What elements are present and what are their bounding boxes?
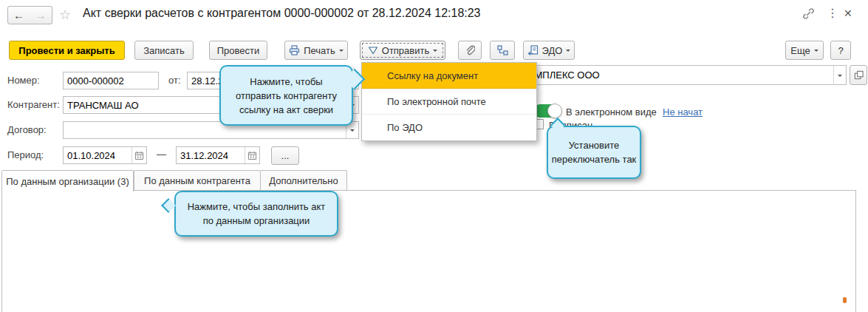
help-button[interactable]: ? xyxy=(830,41,851,60)
forward-arrow-icon: → xyxy=(35,9,47,21)
period-choice-button[interactable]: ... xyxy=(271,146,299,165)
send-button[interactable]: Отправить xyxy=(360,41,445,60)
favorite-star-icon[interactable]: ☆ xyxy=(59,7,71,23)
post-and-close-button[interactable]: Провести и закрыть xyxy=(9,41,125,60)
menu-item-2[interactable]: По ЭДО xyxy=(362,115,536,140)
period-from-input[interactable]: 01.10.2024 xyxy=(63,146,147,164)
app-window: ← → ☆ Акт сверки расчетов с контрагентом… xyxy=(0,0,868,312)
orange-marker-icon xyxy=(843,297,847,303)
open-organization-button[interactable] xyxy=(850,65,867,85)
dropdown-caret-icon xyxy=(339,50,344,54)
related-documents-button[interactable] xyxy=(490,41,515,60)
open-in-new-icon xyxy=(854,70,864,80)
date-label: от: xyxy=(168,75,181,86)
tab-by-counterparty[interactable]: По данным контрагента xyxy=(134,170,261,191)
chevron-down-icon[interactable] xyxy=(833,66,846,84)
page-title: Акт сверки расчетов с контрагентом 0000-… xyxy=(83,7,481,20)
edo-button[interactable]: ЭДО xyxy=(523,41,575,60)
attachments-button[interactable] xyxy=(458,41,482,60)
edo-document-icon xyxy=(527,45,539,55)
counterparty-label: Контрагент: xyxy=(7,99,60,110)
tab-by-organization[interactable]: По данным организации (3) xyxy=(1,170,134,191)
send-icon xyxy=(368,46,378,55)
dropdown-caret-icon xyxy=(566,50,570,54)
electronic-label: В электронном виде xyxy=(566,106,657,118)
status-link[interactable]: Не начат xyxy=(663,106,703,118)
period-to-input[interactable]: 31.12.2024 xyxy=(176,146,260,164)
organization-input[interactable]: КОМПЛЕКС ООО xyxy=(517,65,847,85)
save-button[interactable]: Записать xyxy=(134,41,194,60)
back-button[interactable]: ← xyxy=(7,6,30,24)
printer-icon xyxy=(289,45,300,55)
more-button[interactable]: Еще xyxy=(785,41,824,60)
toggle-callout: Установите переключатель так xyxy=(547,126,641,179)
toggle-knob xyxy=(547,104,562,118)
dropdown-caret-icon xyxy=(814,50,819,54)
dropdown-caret-icon xyxy=(433,50,437,54)
tab-additional[interactable]: Дополнительно xyxy=(260,170,347,191)
forward-button[interactable]: → xyxy=(30,6,52,24)
fill-callout: Нажмите, чтобы заполнить акт по данным о… xyxy=(174,191,338,237)
post-button[interactable]: Провести xyxy=(209,41,267,60)
structure-icon xyxy=(497,45,508,55)
number-label: Номер: xyxy=(7,75,40,86)
paperclip-icon xyxy=(465,45,475,56)
back-arrow-icon: ← xyxy=(13,9,24,21)
menu-item-1[interactable]: По электронной почте xyxy=(362,89,536,115)
menu-item-0[interactable]: Ссылку на документ xyxy=(362,63,536,89)
calendar-icon[interactable] xyxy=(131,147,146,163)
print-button[interactable]: Печать xyxy=(284,41,348,60)
calendar-icon[interactable] xyxy=(245,147,259,163)
contract-label: Договор: xyxy=(7,124,47,135)
send-link-callout: Нажмите, чтобы отправить контрагенту ссы… xyxy=(219,65,353,126)
close-icon[interactable]: ✕ xyxy=(844,7,852,19)
electronic-toggle[interactable] xyxy=(533,104,561,118)
send-dropdown-menu: Ссылку на документПо электронной почтеПо… xyxy=(361,62,537,141)
get-link-icon[interactable] xyxy=(802,7,815,20)
number-input[interactable]: 0000-000002 xyxy=(63,72,159,89)
tab-panel xyxy=(1,190,856,312)
period-dash: — xyxy=(157,149,166,160)
period-label: Период: xyxy=(7,149,44,160)
more-menu-icon[interactable]: ⋮ xyxy=(827,6,838,20)
